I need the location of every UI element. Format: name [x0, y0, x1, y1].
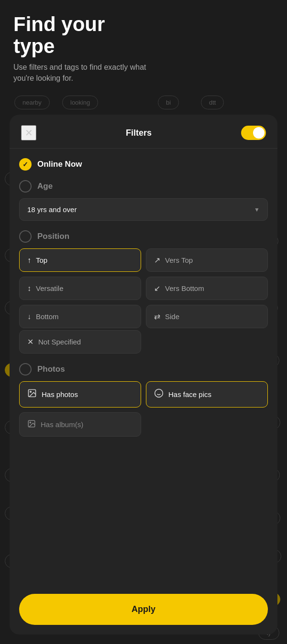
checkmark-icon: ✓: [22, 161, 28, 168]
age-dropdown-value: 18 yrs and over: [27, 205, 77, 214]
has-photos-icon: [27, 388, 37, 400]
age-section: Age 18 yrs and over ▼: [19, 180, 268, 221]
apply-button[interactable]: Apply: [19, 594, 268, 625]
photos-section: Photos Has photos: [19, 363, 268, 437]
photos-radio[interactable]: [19, 363, 32, 376]
not-specified-row: ✕ Not Specified: [19, 330, 268, 354]
filters-toggle[interactable]: [241, 126, 266, 140]
not-specified-label: Not Specified: [38, 338, 81, 346]
page-title: Find your type: [13, 13, 166, 57]
has-face-pics-button[interactable]: Has face pics: [146, 381, 268, 408]
top-icon: ↑: [27, 256, 31, 265]
not-specified-icon: ✕: [27, 337, 33, 346]
vers-top-icon: ↗: [154, 256, 160, 265]
has-face-pics-label: Has face pics: [168, 390, 211, 398]
top-label: Top: [36, 256, 47, 264]
position-vers-top-button[interactable]: ↗ Vers Top: [146, 248, 268, 272]
svg-point-2: [155, 389, 163, 397]
online-now-radio[interactable]: ✓: [19, 158, 32, 171]
online-now-label: Online Now: [37, 160, 82, 169]
position-section: Position ↑ Top ↗ Vers Top ↕ Versatile: [19, 230, 268, 354]
bottom-icon: ↓: [27, 312, 31, 321]
close-icon: ✕: [25, 127, 33, 139]
has-photos-button[interactable]: Has photos: [19, 381, 141, 408]
position-top-button[interactable]: ↑ Top: [19, 248, 141, 272]
age-dropdown[interactable]: 18 yrs and over ▼: [19, 198, 268, 221]
has-albums-icon: [27, 419, 36, 429]
has-face-pics-icon: [154, 388, 164, 400]
vers-top-label: Vers Top: [165, 256, 193, 264]
modal-title: Filters: [126, 128, 152, 138]
bg-tag: dtt: [201, 96, 224, 109]
bg-tag: nearby: [14, 96, 50, 109]
vers-bottom-label: Vers Bottom: [165, 284, 204, 292]
page-subtitle: Use filters and tags to find exactly wha…: [13, 62, 166, 84]
has-album-row: Has album(s): [19, 412, 268, 437]
position-radio[interactable]: [19, 230, 32, 243]
bottom-label: Bottom: [36, 312, 59, 321]
svg-point-1: [30, 391, 32, 393]
position-side-button[interactable]: ⇄ Side: [146, 305, 268, 328]
header-section: Find your type Use filters and tags to f…: [13, 13, 166, 84]
toggle-knob: [253, 127, 265, 139]
has-albums-button[interactable]: Has album(s): [19, 412, 141, 437]
svg-point-6: [30, 422, 31, 423]
close-button[interactable]: ✕: [21, 125, 36, 140]
versatile-label: Versatile: [36, 284, 64, 292]
online-now-row: ✓ Online Now: [19, 158, 268, 171]
dropdown-arrow-icon: ▼: [254, 206, 260, 213]
position-grid: ↑ Top ↗ Vers Top ↕ Versatile ↙ Vers Bott…: [19, 248, 268, 328]
position-row: Position: [19, 230, 268, 243]
position-bottom-button[interactable]: ↓ Bottom: [19, 305, 141, 328]
age-row: Age: [19, 180, 268, 193]
modal-scroll-area[interactable]: ✓ Online Now Age 18 yrs and over ▼: [10, 149, 277, 588]
position-versatile-button[interactable]: ↕ Versatile: [19, 277, 141, 300]
has-albums-label: Has album(s): [41, 420, 83, 429]
side-icon: ⇄: [154, 312, 160, 321]
age-label: Age: [37, 182, 53, 191]
position-vers-bottom-button[interactable]: ↙ Vers Bottom: [146, 277, 268, 300]
vers-bottom-icon: ↙: [154, 284, 160, 293]
filters-modal: ✕ Filters ✓ Online Now: [10, 115, 277, 634]
position-label: Position: [37, 232, 69, 241]
modal-header: ✕ Filters: [10, 115, 277, 149]
bg-tag: looking: [62, 96, 98, 109]
photo-options-grid: Has photos Has face pics: [19, 381, 268, 408]
has-photos-label: Has photos: [42, 390, 78, 398]
bg-tag: bi: [158, 96, 179, 109]
photos-row: Photos: [19, 363, 268, 376]
position-not-specified-button[interactable]: ✕ Not Specified: [19, 330, 141, 354]
age-radio[interactable]: [19, 180, 32, 193]
photos-label: Photos: [37, 365, 65, 374]
versatile-icon: ↕: [27, 284, 31, 293]
online-now-section: ✓ Online Now: [19, 158, 268, 171]
apply-button-container: Apply: [10, 588, 277, 634]
side-label: Side: [165, 312, 179, 321]
